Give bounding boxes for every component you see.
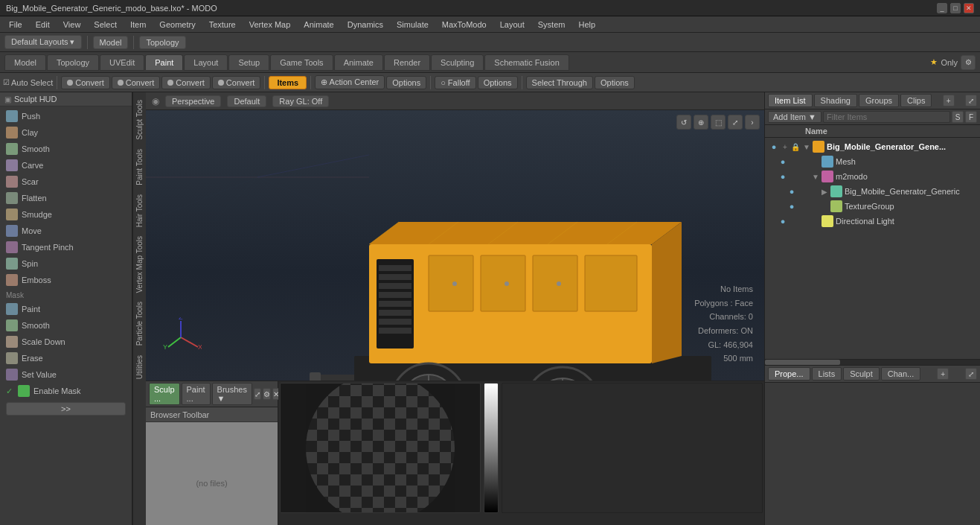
tool-smooth[interactable]: Smooth xyxy=(0,141,132,157)
visibility-toggle-light[interactable] xyxy=(777,215,789,227)
menu-view[interactable]: View xyxy=(57,19,87,31)
tree-item-light[interactable]: ▶ Directional Light xyxy=(765,214,980,229)
frame-nav-button[interactable]: ⬚ xyxy=(711,115,726,130)
perspective-label[interactable]: Perspective xyxy=(165,95,221,107)
properties-tab[interactable]: Prope... xyxy=(768,367,810,381)
tool-carve[interactable]: Carve xyxy=(0,157,132,174)
particle-tools-tab[interactable]: Particle Tools xyxy=(134,297,145,350)
convert-button-2[interactable]: Convert xyxy=(112,76,161,89)
tree-item-mesh[interactable]: ▶ Mesh xyxy=(765,154,980,169)
options-button-2[interactable]: Options xyxy=(478,76,518,89)
menu-select[interactable]: Select xyxy=(88,19,123,31)
autoselect-checkbox[interactable]: ☑ xyxy=(3,78,10,86)
more-nav-button[interactable]: › xyxy=(745,115,760,130)
default-label[interactable]: Default xyxy=(227,95,266,107)
sculpt-tools-tab[interactable]: Sculpt Tools xyxy=(134,95,145,144)
visibility-toggle-generator[interactable] xyxy=(768,141,780,153)
tab-layout[interactable]: Layout xyxy=(184,54,228,71)
channels-tab[interactable]: Chan... xyxy=(881,367,920,381)
tool-spin[interactable]: Spin xyxy=(0,255,132,272)
tab-sculpting[interactable]: Sculpting xyxy=(431,54,484,71)
visibility-toggle-mesh[interactable] xyxy=(777,156,789,168)
visibility-toggle-texture[interactable] xyxy=(786,200,798,212)
tool-smudge[interactable]: Smudge xyxy=(0,206,132,223)
add-item-button[interactable]: Add Item ▼ xyxy=(768,111,822,123)
close-button[interactable]: ✕ xyxy=(964,3,974,13)
expand-bigmobile[interactable]: ▶ xyxy=(819,188,830,196)
tab-schematic[interactable]: Schematic Fusion xyxy=(484,54,569,71)
tab-paint[interactable]: Paint xyxy=(145,54,183,70)
tool-scar[interactable]: Scar xyxy=(0,174,132,190)
tab-animate[interactable]: Animate xyxy=(334,54,383,71)
menu-texture[interactable]: Texture xyxy=(203,19,242,31)
menu-animate[interactable]: Animate xyxy=(298,19,339,31)
tab-setup[interactable]: Setup xyxy=(228,54,269,71)
add-icon-generator[interactable]: + xyxy=(780,141,790,152)
tool-erase[interactable]: Erase xyxy=(0,350,132,366)
tool-clay[interactable]: Clay xyxy=(0,124,132,141)
menu-maxtomodo[interactable]: MaxToModo xyxy=(436,19,493,31)
hair-tools-tab[interactable]: Hair Tools xyxy=(134,190,145,232)
menu-layout[interactable]: Layout xyxy=(494,19,531,31)
tree-item-m2modo[interactable]: ▼ m2modo xyxy=(765,169,980,184)
menu-file[interactable]: File xyxy=(3,19,28,31)
topology-mode-button[interactable]: Topology xyxy=(139,36,185,49)
filter-items-input[interactable] xyxy=(823,111,950,123)
zoom-nav-button[interactable]: ⊕ xyxy=(694,115,708,130)
tool-move[interactable]: Move xyxy=(0,223,132,239)
convert-button-1[interactable]: Convert xyxy=(61,76,110,89)
tree-item-texturegroup[interactable]: ▶ TextureGroup xyxy=(765,199,980,214)
paint-tools-tab[interactable]: Paint Tools xyxy=(134,144,145,190)
tab-topology[interactable]: Topology xyxy=(47,54,99,71)
lock-icon-generator[interactable]: 🔒 xyxy=(790,141,801,152)
viewport-3d[interactable]: X Y Z ↺ ⊕ ⬚ ⤢ › No Items Polygons : Face… xyxy=(146,110,764,381)
falloff-button[interactable]: ○ Falloff xyxy=(435,76,475,89)
utilities-tab[interactable]: Utilities xyxy=(134,351,145,384)
model-mode-button[interactable]: Model xyxy=(93,36,129,49)
item-list-tab[interactable]: Item List xyxy=(768,94,813,107)
menu-system[interactable]: System xyxy=(532,19,571,31)
expand-m2modo[interactable]: ▼ xyxy=(810,173,822,181)
maximize-button[interactable]: □ xyxy=(950,3,961,13)
filter-f-button[interactable]: F xyxy=(965,111,977,123)
settings-icon[interactable]: ⚙ xyxy=(263,388,271,400)
convert-button-3[interactable]: Convert xyxy=(161,76,211,89)
visibility-toggle-m2modo[interactable] xyxy=(777,171,789,182)
expand-props-button[interactable]: ⤢ xyxy=(965,368,977,380)
tool-enable-mask[interactable]: Enable Mask xyxy=(0,383,132,399)
add-props-button[interactable]: + xyxy=(937,368,949,380)
menu-geometry[interactable]: Geometry xyxy=(153,19,201,31)
lists-tab[interactable]: Lists xyxy=(812,367,842,381)
action-center-button[interactable]: ⊕ Action Center xyxy=(315,75,385,89)
items-button[interactable]: Items xyxy=(269,76,307,89)
menu-simulate[interactable]: Simulate xyxy=(391,19,435,31)
options-button-3[interactable]: Options xyxy=(595,76,635,89)
menu-help[interactable]: Help xyxy=(572,19,601,31)
default-layouts-button[interactable]: Default Layouts ▾ xyxy=(4,35,82,49)
tool-tangent-pinch[interactable]: Tangent Pinch xyxy=(0,239,132,255)
shading-tab[interactable]: Shading xyxy=(814,94,857,107)
rotate-nav-button[interactable]: ↺ xyxy=(676,115,691,130)
tab-model[interactable]: Model xyxy=(4,54,46,71)
item-list-scrollbar[interactable] xyxy=(765,359,980,365)
paint-tab[interactable]: Paint ... xyxy=(182,383,211,405)
tool-set-value[interactable]: Set Value xyxy=(0,366,132,383)
minimize-button[interactable]: _ xyxy=(937,3,947,13)
sculpt-tab-props[interactable]: Sculpt xyxy=(843,367,880,381)
vertical-gradient-strip[interactable] xyxy=(484,383,499,513)
filter-s-button[interactable]: S xyxy=(952,111,964,123)
expand-panel-button[interactable]: ⤢ xyxy=(965,95,977,106)
settings-icon[interactable]: ⚙ xyxy=(961,55,976,70)
tool-mask-smooth[interactable]: Smooth xyxy=(0,317,132,334)
add-panel-button[interactable]: + xyxy=(943,95,955,106)
convert-button-4[interactable]: Convert xyxy=(212,76,261,89)
visibility-toggle-bigmobile[interactable] xyxy=(786,185,798,197)
tool-push[interactable]: Push xyxy=(0,108,132,124)
tree-item-big-mobile[interactable]: ▶ Big_Mobile_Generator_Generic xyxy=(765,184,980,199)
groups-tab[interactable]: Groups xyxy=(859,94,899,107)
options-button-1[interactable]: Options xyxy=(386,76,426,89)
tool-flatten[interactable]: Flatten xyxy=(0,190,132,206)
clips-tab[interactable]: Clips xyxy=(900,94,932,107)
tab-game-tools[interactable]: Game Tools xyxy=(270,54,333,71)
expand-nav-button[interactable]: ⤢ xyxy=(728,115,743,130)
